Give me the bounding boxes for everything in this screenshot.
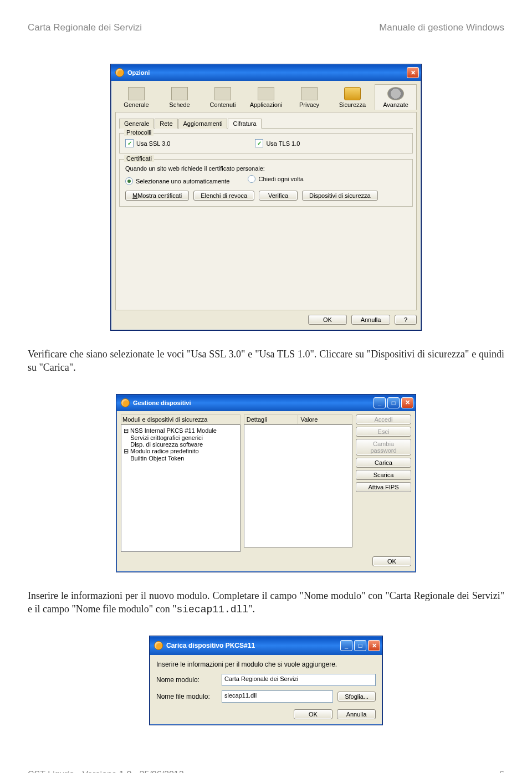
tls-checkbox[interactable]: ✓ Usa TLS 1.0 bbox=[255, 139, 300, 147]
app-icon bbox=[115, 68, 124, 77]
protocolli-legend: Protocolli bbox=[124, 129, 154, 136]
dispositivi-sicurezza-button[interactable]: Dispositivi di sicurezza bbox=[302, 191, 378, 201]
help-button[interactable]: ? bbox=[395, 315, 417, 325]
subtab-rete[interactable]: Rete bbox=[155, 119, 177, 129]
maximize-icon[interactable]: □ bbox=[387, 397, 400, 408]
device-tree[interactable]: ⊟ NSS Internal PKCS #11 Module Servizi c… bbox=[121, 424, 241, 552]
tab-avanzate[interactable]: Avanzate bbox=[375, 84, 417, 110]
subtab-generale[interactable]: Generale bbox=[119, 119, 154, 129]
category-tabs: Generale Schede Contenuti Applicazioni P… bbox=[115, 84, 417, 110]
opzioni-dialog: Opzioni ✕ Generale Schede Contenuti Appl… bbox=[110, 64, 422, 331]
gestione-dispositivi-dialog: Gestione dispositivi _ □ ✕ Moduli e disp… bbox=[116, 394, 416, 572]
attiva-fips-button[interactable]: Attiva FIPS bbox=[356, 482, 411, 492]
carica-button[interactable]: Carica bbox=[356, 458, 411, 468]
header-right: Manuale di gestione Windows bbox=[379, 22, 504, 33]
footer-page-number: 6 bbox=[499, 770, 504, 773]
ssl-checkbox[interactable]: ✓ Usa SSL 3.0 bbox=[125, 139, 170, 147]
radio-auto[interactable]: Selezionane uno automaticamente bbox=[125, 177, 229, 185]
paragraph-2: Inserire le informazioni per il nuovo mo… bbox=[28, 589, 504, 617]
sfoglia-button[interactable]: Sfoglia... bbox=[337, 692, 376, 702]
accedi-button: Accedi bbox=[356, 414, 411, 424]
esci-button: Esci bbox=[356, 427, 411, 437]
verifica-button[interactable]: Verifica bbox=[259, 191, 298, 201]
mostra-certificati-button[interactable]: MMostra certificatiMostra certificati bbox=[125, 191, 189, 201]
subtab-cifratura[interactable]: Cifratura bbox=[228, 119, 261, 129]
header-left: Carta Regionale dei Servizi bbox=[28, 22, 142, 33]
nome-file-label: Nome file modulo: bbox=[156, 693, 217, 700]
tab-privacy[interactable]: Privacy bbox=[288, 84, 330, 110]
tree-row[interactable]: Disp. di sicurezza software bbox=[124, 441, 238, 448]
annulla-button[interactable]: Annulla bbox=[351, 315, 390, 325]
gestione-titlebar[interactable]: Gestione dispositivi _ □ ✕ bbox=[116, 395, 416, 411]
ok-button[interactable]: OK bbox=[294, 709, 332, 719]
page-footer: CST Liguria - Versione 1.0 - 25/06/2012 … bbox=[28, 770, 504, 773]
tab-schede[interactable]: Schede bbox=[158, 84, 201, 110]
subtab-aggiornamenti[interactable]: Aggiornamenti bbox=[178, 119, 228, 129]
maximize-icon[interactable]: □ bbox=[354, 640, 366, 651]
page-header: Carta Regionale dei Servizi Manuale di g… bbox=[28, 22, 504, 33]
cert-desc: Quando un sito web richiede il certifica… bbox=[125, 165, 407, 172]
paragraph-1: Verificare che siano selezionate le voci… bbox=[28, 347, 504, 375]
certificati-group: Certificati Quando un sito web richiede … bbox=[119, 159, 413, 207]
scarica-button[interactable]: Scarica bbox=[356, 470, 411, 480]
annulla-button[interactable]: Annulla bbox=[337, 709, 376, 719]
sub-tabs: Generale Rete Aggiornamenti Cifratura bbox=[119, 118, 413, 129]
close-icon[interactable]: ✕ bbox=[407, 67, 419, 78]
tab-sicurezza[interactable]: Sicurezza bbox=[331, 84, 374, 110]
cambia-password-button: Cambia password bbox=[356, 439, 411, 455]
tree-row[interactable]: ⊟ Modulo radice predefinito bbox=[124, 448, 238, 455]
close-icon[interactable]: ✕ bbox=[401, 397, 413, 408]
details-area bbox=[244, 424, 352, 547]
gestione-title: Gestione dispositivi bbox=[133, 400, 191, 406]
footer-left: CST Liguria - Versione 1.0 - 25/06/2012 bbox=[28, 770, 184, 773]
opzioni-titlebar[interactable]: Opzioni ✕ bbox=[111, 64, 421, 81]
opzioni-title: Opzioni bbox=[127, 69, 150, 76]
nome-modulo-label: Nome modulo: bbox=[156, 676, 217, 684]
nome-file-input[interactable]: siecap11.dll bbox=[222, 690, 333, 703]
tab-applicazioni[interactable]: Applicazioni bbox=[245, 84, 287, 110]
ok-button[interactable]: OK bbox=[372, 556, 411, 566]
close-icon[interactable]: ✕ bbox=[368, 640, 380, 651]
app-icon bbox=[121, 398, 130, 407]
pkcs11-titlebar[interactable]: Carica dispositivo PKCS#11 _ □ ✕ bbox=[150, 636, 382, 655]
minimize-icon[interactable]: _ bbox=[340, 640, 352, 651]
pkcs11-title: Carica dispositivo PKCS#11 bbox=[166, 642, 255, 649]
col-valore: Valore bbox=[298, 415, 352, 424]
tab-generale[interactable]: Generale bbox=[115, 84, 157, 110]
tab-contenuti[interactable]: Contenuti bbox=[202, 84, 244, 110]
certificati-legend: Certificati bbox=[124, 155, 154, 162]
col-dettagli: Dettagli bbox=[244, 415, 299, 424]
ok-button[interactable]: OK bbox=[308, 315, 347, 325]
tree-row[interactable]: Builtin Object Token bbox=[124, 455, 238, 462]
pkcs11-dialog: Carica dispositivo PKCS#11 _ □ ✕ Inserir… bbox=[149, 636, 383, 725]
col-moduli: Moduli e dispositivi di sicurezza bbox=[121, 414, 241, 424]
app-icon bbox=[154, 641, 163, 650]
elenchi-revoca-button[interactable]: Elenchi di revoca bbox=[193, 191, 254, 201]
tree-row[interactable]: Servizi crittografici generici bbox=[124, 434, 238, 441]
protocolli-group: Protocolli ✓ Usa SSL 3.0 ✓ Usa TLS 1.0 bbox=[119, 133, 413, 153]
checkmark-icon: ✓ bbox=[125, 139, 134, 147]
tree-row[interactable]: ⊟ NSS Internal PKCS #11 Module bbox=[124, 427, 238, 434]
pkcs11-instruction: Inserire le informazioni per il modulo c… bbox=[156, 661, 376, 668]
minimize-icon[interactable]: _ bbox=[374, 397, 386, 408]
checkmark-icon: ✓ bbox=[255, 139, 263, 147]
radio-chiedi[interactable]: Chiedi ogni volta bbox=[248, 175, 303, 183]
nome-modulo-input[interactable]: Carta Regionale dei Servizi bbox=[222, 674, 376, 686]
